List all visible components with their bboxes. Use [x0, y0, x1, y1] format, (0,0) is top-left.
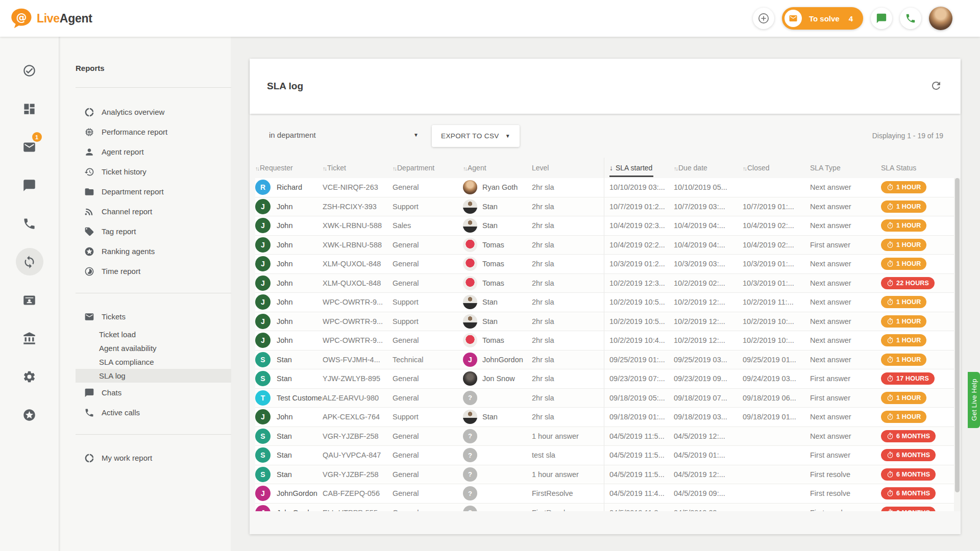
- tag-icon: [84, 227, 94, 237]
- sort-arrows-icon: ↑↓: [393, 165, 396, 171]
- table-row[interactable]: JJohnXLM-QUXOL-848GeneralTomas2hr sla10/…: [255, 274, 961, 293]
- department-filter-select[interactable]: in department ▼: [269, 131, 419, 141]
- requester-cell: JJohn: [255, 255, 323, 273]
- table-row[interactable]: JJohnWPC-OWRTR-9...GeneralTomas2hr sla10…: [255, 331, 961, 350]
- liveagent-logo[interactable]: @ LiveAgent: [9, 8, 92, 29]
- table-row[interactable]: JJohnWPC-OWRTR-9...SupportStan2hr sla10/…: [255, 293, 961, 312]
- table-scrollbar[interactable]: [954, 178, 961, 511]
- table-header-row: ↑↓Requester↑↓Ticket↑↓Department↑↓AgentLe…: [255, 158, 961, 178]
- requester-name: John: [277, 221, 292, 230]
- menu-item-performance-report[interactable]: Performance report: [76, 122, 231, 142]
- to-solve-mail-circle: [785, 10, 802, 27]
- column-header-requester[interactable]: ↑↓Requester: [255, 158, 323, 178]
- menu-item-time-report[interactable]: Time report: [76, 261, 231, 281]
- table-row[interactable]: SStanYJW-ZWLYB-895GeneralJon Snow2hr sla…: [255, 369, 961, 389]
- column-header-agent[interactable]: ↑↓Agent: [463, 158, 532, 178]
- menu-item-channel-report[interactable]: Channel report: [76, 202, 231, 221]
- rail-item-tickets[interactable]: 1: [15, 136, 44, 158]
- table-row[interactable]: JJohnXWK-LRBNU-588SalesStan2hr sla10/4/2…: [255, 216, 961, 236]
- requester-name: JohnGordon: [277, 489, 317, 497]
- sla-status-badge: 6 MONTHS: [881, 468, 936, 481]
- menu-item-ranking-agents[interactable]: Ranking agents: [76, 241, 231, 261]
- sla-type-cell: Next answer: [810, 197, 881, 216]
- requester-name: John: [277, 336, 292, 344]
- table-row[interactable]: SStanOWS-FVJMH-4...TechnicalJJohnGordon2…: [255, 350, 961, 370]
- table-row[interactable]: JJohnXLM-QUXOL-848GeneralTomas2hr sla10/…: [255, 255, 961, 274]
- chat-icon: [22, 179, 36, 192]
- table-row[interactable]: SStanQAU-YVPCA-847General?test sla04/5/2…: [255, 446, 961, 465]
- export-csv-button[interactable]: EXPORT TO CSV ▼: [432, 125, 520, 147]
- scrollbar-thumb[interactable]: [955, 178, 960, 492]
- table-row[interactable]: SStanVGR-YJZBF-258General?1 hour answer0…: [255, 427, 961, 446]
- menu-item-label: Performance report: [102, 128, 167, 136]
- menu-item-agent-availability[interactable]: Agent availability: [76, 341, 231, 355]
- agent-name: Stan: [482, 221, 498, 230]
- rail-item-gamification[interactable]: [15, 404, 44, 425]
- rail-item-tasks[interactable]: [15, 60, 44, 81]
- rail-item-chats[interactable]: [15, 174, 44, 196]
- column-header-closed[interactable]: ↑↓Closed: [743, 158, 810, 178]
- stopwatch-icon: [887, 433, 894, 440]
- to-solve-label: To solve: [809, 14, 840, 23]
- requester-cell: JJohn: [255, 197, 323, 216]
- stopwatch-icon: [887, 375, 894, 382]
- level-cell: 1 hour answer: [532, 465, 604, 484]
- menu-item-ticket-load[interactable]: Ticket load: [76, 328, 231, 341]
- table-row[interactable]: RRichardVCE-NIRQF-263GeneralRyan Goth2hr…: [255, 178, 961, 197]
- start-call-button[interactable]: [900, 8, 921, 29]
- table-row[interactable]: JJohnWPC-OWRTR-9...SupportStan2hr sla10/…: [255, 312, 961, 332]
- get-live-help-tab[interactable]: Get Live Help: [968, 372, 980, 428]
- menu-item-analytics-overview[interactable]: Analytics overview: [76, 102, 231, 122]
- user-avatar[interactable]: [929, 7, 952, 30]
- rail-item-calls[interactable]: [15, 213, 44, 234]
- menu-item-chats[interactable]: Chats: [76, 383, 231, 403]
- menu-item-active-calls[interactable]: Active calls: [76, 403, 231, 422]
- table-row[interactable]: JJohnAPK-CEXLG-764SupportStan2hr sla09/1…: [255, 408, 961, 427]
- sort-arrows-icon: ↑↓: [743, 165, 746, 171]
- column-header-department[interactable]: ↑↓Department: [393, 158, 463, 178]
- table-row[interactable]: JJohnGordonCAB-FZEPQ-056General?FirstRes…: [255, 484, 961, 504]
- add-button[interactable]: [753, 8, 774, 29]
- agent-name: Tomas: [482, 241, 504, 249]
- menu-item-my-work-report[interactable]: My work report: [76, 448, 231, 468]
- column-header-due-date[interactable]: ↑↓Due date: [674, 158, 743, 178]
- stopwatch-icon: [887, 203, 894, 210]
- rail-item-configuration[interactable]: [15, 366, 44, 387]
- rail-item-reports[interactable]: [15, 251, 44, 272]
- column-header-ticket[interactable]: ↑↓Ticket: [323, 158, 393, 178]
- start-chat-button[interactable]: [871, 8, 892, 29]
- refresh-button[interactable]: [930, 80, 943, 93]
- table-row[interactable]: JJohnZSH-RCIXY-393SupportStan2hr sla10/7…: [255, 197, 961, 217]
- rail-item-contacts[interactable]: [15, 289, 44, 311]
- due-date-cell: 10/4/2019 04:...: [674, 236, 743, 255]
- menu-item-sla-compliance[interactable]: SLA compliance: [76, 355, 231, 369]
- closed-cell: 09/25/2019 01...: [743, 350, 810, 369]
- menu-item-ticket-history[interactable]: Ticket history: [76, 162, 231, 182]
- menu-item-department-report[interactable]: Department report: [76, 182, 231, 202]
- requester-cell: SStan: [255, 465, 323, 484]
- sla-status-label: 1 HOUR: [896, 298, 921, 306]
- rail-item-customer-portal[interactable]: [15, 328, 44, 349]
- menu-item-agent-report[interactable]: Agent report: [76, 142, 231, 162]
- ticket-cell: XWK-LRBNU-588: [323, 236, 393, 255]
- table-row[interactable]: JJohnGordonELL-UTPPP-555General?FirstRes…: [255, 504, 961, 512]
- requester-name: John: [277, 203, 292, 211]
- requester-cell: JJohn: [255, 312, 323, 331]
- closed-cell: 10/2/2019 10:...: [743, 312, 810, 331]
- table-row[interactable]: TTest CustomerALZ-EARVU-980General?2hr s…: [255, 389, 961, 408]
- closed-cell: 10/2/2019 11:...: [743, 293, 810, 312]
- department-cell: Support: [393, 408, 463, 427]
- tickets-sub-menu: Ticket loadAgent availabilitySLA complia…: [76, 328, 231, 383]
- menu-item-tag-report[interactable]: Tag report: [76, 221, 231, 241]
- requester-name: John: [277, 317, 292, 325]
- table-row[interactable]: SStanVGR-YJZBF-258General?1 hour answer0…: [255, 465, 961, 485]
- stopwatch-icon: [887, 471, 894, 478]
- ticket-cell: XLM-QUXOL-848: [323, 255, 393, 273]
- table-row[interactable]: JJohnXWK-LRBNU-588GeneralTomas2hr sla10/…: [255, 236, 961, 255]
- menu-item-tickets[interactable]: Tickets: [76, 307, 231, 327]
- column-header-sla-started[interactable]: ↓SLA started: [604, 158, 674, 178]
- to-solve-button[interactable]: To solve 4: [782, 7, 863, 30]
- menu-item-sla-log[interactable]: SLA log: [76, 369, 231, 383]
- requester-avatar: S: [255, 371, 271, 386]
- rail-item-dashboard[interactable]: [15, 98, 44, 119]
